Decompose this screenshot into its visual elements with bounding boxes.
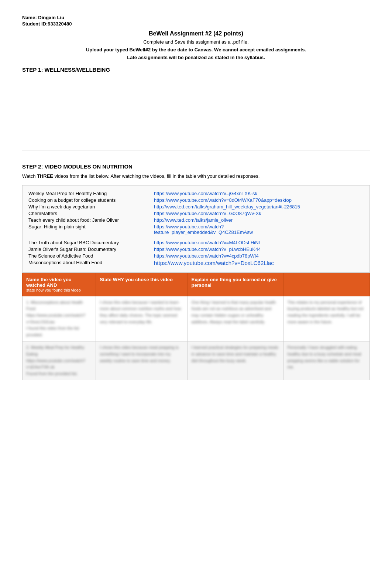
video-list-row-7: The Truth about Sugar! BBC Documentary h… bbox=[28, 240, 364, 245]
video-title-5: Teach every child about food: Jamie Oliv… bbox=[28, 217, 154, 223]
video-list-row-9: The Science of Addictive Food https://ww… bbox=[28, 253, 364, 259]
table-header-row: Name the video you watched AND state how… bbox=[23, 273, 370, 296]
video-link-10[interactable]: https://www.youtube.com/watch?v=DoxLC62L… bbox=[154, 260, 274, 266]
table-header-col1: Name the video you watched AND state how… bbox=[23, 273, 96, 296]
video-link-5[interactable]: http://www.ted.com/talks/jamie_oliver bbox=[154, 217, 233, 223]
student-id: Student ID:933320480 bbox=[22, 21, 370, 27]
video-title-3: Why I'm a week day vegetarian bbox=[28, 204, 154, 210]
video-list-row-10: Misconceptions about Health Food https:/… bbox=[28, 260, 364, 266]
instruction-line1: Complete and Save this assignment as a .… bbox=[22, 38, 370, 46]
video-link-8[interactable]: https://www.youtube.com/watch?v=pLwcbHEu… bbox=[154, 246, 261, 252]
title-section: BeWell Assignment #2 (42 points) Complet… bbox=[22, 30, 370, 61]
video-title-4: ChemMatters bbox=[28, 211, 154, 216]
table-header-col3: Explain one thing you learned or give pe… bbox=[188, 273, 283, 296]
video-title-1: Weekly Meal Prep for Healthy Eating bbox=[28, 191, 154, 196]
row1-why: I chose this video because I wanted to l… bbox=[96, 296, 188, 341]
video-list-row-4: ChemMatters https://www.youtube.com/watc… bbox=[28, 211, 364, 216]
video-list-row-2: Cooking on a budget for college students… bbox=[28, 197, 364, 203]
row2-learned: I learned practical strategies for prepa… bbox=[188, 341, 283, 380]
video-link-1[interactable]: https://www.youtube.com/watch?v=jG4xnTXK… bbox=[154, 191, 257, 196]
nutrition-table: Name the video you watched AND state how… bbox=[22, 273, 370, 381]
video-link-4[interactable]: https://www.youtube.com/watch?v=G0O87gWv… bbox=[154, 211, 261, 216]
wellness-area bbox=[22, 76, 370, 150]
row2-col4: Personally I have struggled with eating … bbox=[283, 341, 370, 380]
table-header-col2: State WHY you chose this video bbox=[96, 273, 188, 296]
step2-heading: STEP 2: VIDEO MODULES ON NUTRITION bbox=[22, 158, 370, 170]
row1-col4: This relates to my personal experience o… bbox=[283, 296, 370, 341]
step1-heading: STEP 1: WELLNESS/WELLBEING bbox=[22, 67, 370, 73]
intro-bold: THREE bbox=[37, 173, 53, 179]
video-link-3[interactable]: http://www.ted.com/talks/graham_hill_wee… bbox=[154, 204, 300, 210]
video-list-row-5: Teach every child about food: Jamie Oliv… bbox=[28, 217, 364, 223]
student-name: Name: Dingxin Liu bbox=[22, 15, 370, 20]
video-list-container: Weekly Meal Prep for Healthy Eating http… bbox=[22, 185, 370, 273]
video-link-6[interactable]: https://www.youtube.com/watch?feature=pl… bbox=[154, 224, 253, 235]
video-title-9: The Science of Addictive Food bbox=[28, 253, 154, 259]
instruction-line2: Upload your typed BeWell#2 by the due da… bbox=[22, 46, 370, 54]
row1-learned: One thing I learned is that many popular… bbox=[188, 296, 283, 341]
video-title-6: Sugar: Hiding in plain sight bbox=[28, 224, 154, 235]
table-row-1: 1. Misconceptions about Health Foodhttps… bbox=[23, 296, 370, 341]
row1-num-name: 1. Misconceptions about Health Foodhttps… bbox=[23, 296, 96, 341]
video-title-10: Misconceptions about Health Food bbox=[28, 260, 154, 266]
header-info: Name: Dingxin Liu Student ID:933320480 bbox=[22, 15, 370, 27]
assignment-title: BeWell Assignment #2 (42 points) bbox=[22, 30, 370, 37]
video-list-row-8: Jamie Oliver's Sugar Rush: Documentary h… bbox=[28, 246, 364, 252]
video-title-2: Cooking on a budget for college students bbox=[28, 197, 154, 203]
video-list-row-3: Why I'm a week day vegetarian http://www… bbox=[28, 204, 364, 210]
row2-why: I chose this video because meal prepping… bbox=[96, 341, 188, 380]
table-header-col4 bbox=[283, 273, 370, 296]
instruction-line3: Late assignments will be penalized as st… bbox=[22, 54, 370, 62]
video-list-row-6: Sugar: Hiding in plain sight https://www… bbox=[28, 224, 364, 235]
video-link-2[interactable]: https://www.youtube.com/watch?v=8dOt4WXa… bbox=[154, 197, 292, 203]
instructions: Complete and Save this assignment as a .… bbox=[22, 38, 370, 61]
video-list-row-1: Weekly Meal Prep for Healthy Eating http… bbox=[28, 191, 364, 196]
step2-intro: Watch THREE videos from the list below. … bbox=[22, 173, 370, 180]
video-title-7: The Truth about Sugar! BBC Documentary bbox=[28, 240, 154, 245]
video-title-8: Jamie Oliver's Sugar Rush: Documentary bbox=[28, 246, 154, 252]
table-row-2: 2. Weekly Meal Prep for Healthy Eatinght… bbox=[23, 341, 370, 380]
video-link-7[interactable]: https://www.youtube.com/watch?v=M4LODsLH… bbox=[154, 240, 260, 245]
row2-num-name: 2. Weekly Meal Prep for Healthy Eatinght… bbox=[23, 341, 96, 380]
video-link-9[interactable]: https://www.youtube.com/watch?v=4cpdb78p… bbox=[154, 253, 259, 259]
intro-after: videos from the list below. After watchi… bbox=[53, 173, 259, 179]
intro-before-bold: Watch bbox=[22, 173, 37, 179]
